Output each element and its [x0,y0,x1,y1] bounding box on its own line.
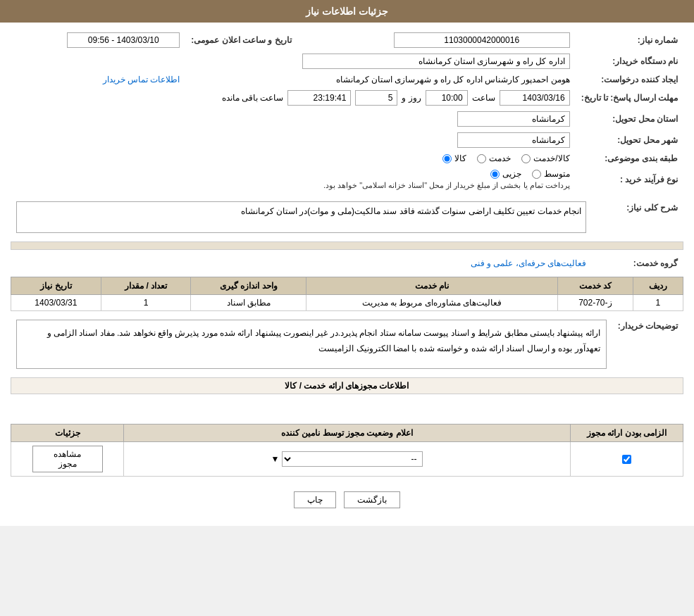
col-date: تاریخ نیاز [11,277,101,295]
permit-required-cell [571,442,683,477]
days-label: روز و [402,93,421,103]
remaining-label: ساعت باقی مانده [222,93,284,103]
category-khedmat-label: خدمت [489,153,511,163]
buyer-desc-value: ارائه پیشنهاد بایستی مطابق شرایط و اسناد… [11,317,612,372]
requester-row: ایجاد کننده درخواست: هومن احمدپور کارشنا… [11,72,683,87]
back-button[interactable]: بازگشت [344,491,400,508]
col-unit: واحد اندازه گیری [191,277,306,295]
service-group-row: گروه خدمت: فعالیت‌های حرفه‌ای، علمی و فن… [11,256,683,271]
print-button[interactable]: چاپ [294,491,336,508]
requester-label: ایجاد کننده درخواست: [576,72,683,87]
process-jezvi-label: جزیی [502,169,521,179]
need-desc-value: انجام خدمات تعیین تکلیف اراضی سنوات گذشت… [11,199,592,236]
process-type-label: نوع فرآیند خرید : [576,166,683,193]
col-qty: تعداد / مقدار [101,277,191,295]
view-permit-button[interactable]: مشاهده مجوز [32,446,103,472]
cell-row: 1 [633,295,683,311]
category-label: طبقه بندی موضوعی: [576,151,683,166]
delivery-province-row: استان محل تحویل: [11,108,683,130]
category-kala: کالا [442,153,466,163]
delivery-province-input[interactable] [457,111,570,127]
delivery-city-label: شهر محل تحویل: [576,130,683,151]
process-jezvi: جزیی [490,169,521,179]
service-group-link[interactable]: فعالیت‌های حرفه‌ای، علمی و فنی [471,258,586,268]
col-code: کد خدمت [557,277,633,295]
process-type-value: متوسط جزیی پرداخت تمام یا بخشی از مبلغ خ… [11,166,576,193]
cell-date: 1403/03/31 [11,295,101,311]
permit-table-body: -- ▼ مشاهده مجوز [11,442,683,477]
process-motevaset-label: متوسط [544,169,570,179]
buyer-org-input[interactable] [302,54,570,69]
service-group-value: فعالیت‌های حرفه‌ای، علمی و فنی [11,256,592,271]
buyer-org-label: نام دستگاه خریدار: [576,51,683,72]
category-khedmat: خدمت [477,153,511,163]
process-note: پرداخت تمام یا بخشی از مبلغ خریدار از مح… [16,181,570,190]
category-kala-khedmat: کالا/خدمت [521,153,569,163]
delivery-city-row: شهر محل تحویل: [11,130,683,151]
announce-date-input[interactable] [67,32,180,48]
cell-code: ز-70-702 [557,295,633,311]
deadline-value: ساعت روز و ساعت باقی مانده [11,87,576,108]
radio-kala[interactable] [442,154,452,163]
deadline-remaining-input[interactable] [287,90,351,106]
service-group-table: گروه خدمت: فعالیت‌های حرفه‌ای، علمی و فن… [11,256,683,271]
category-kala-khedmat-label: کالا/خدمت [533,153,569,163]
need-number-row: شماره نیاز: تاریخ و ساعت اعلان عمومی: [11,30,683,51]
category-value: کالا/خدمت خدمت کالا [11,151,576,166]
buyer-desc-table: توضیحات خریدار: ارائه پیشنهاد بایستی مطا… [11,317,683,372]
announce-date-value [11,30,185,51]
deadline-time-input[interactable] [426,90,468,106]
permit-col-status: اعلام وضعیت مجوز توسط نامین کننده [124,425,571,442]
deadline-date-input[interactable] [500,90,570,106]
announce-date-label: تاریخ و ساعت اعلان عمومی: [185,30,297,51]
time-label: ساعت [472,93,495,103]
buyer-org-value [11,51,576,72]
permit-col-required: الزامی بودن ارائه مجوز [571,425,683,442]
radio-khedmat[interactable] [477,154,486,163]
page-header: جزئیات اطلاعات نیاز [0,0,694,23]
category-kala-label: کالا [454,153,466,163]
buyer-desc-label: توضیحات خریدار: [612,317,683,372]
content-area: شماره نیاز: تاریخ و ساعت اعلان عمومی: نا… [0,23,694,526]
need-number-value [311,30,576,51]
buyer-desc-row: توضیحات خریدار: ارائه پیشنهاد بایستی مطا… [11,317,683,372]
deadline-days-input[interactable] [355,90,397,106]
need-desc-table: شرح کلی نیاز: انجام خدمات تعیین تکلیف ار… [11,199,683,236]
permit-col-detail: جزئیات [11,425,124,442]
need-number-input[interactable] [394,32,570,48]
radio-motevaset[interactable] [532,170,541,179]
main-info-table: شماره نیاز: تاریخ و ساعت اعلان عمومی: نا… [11,30,683,193]
permit-section-title: اطلاعات مجوزهای ارائه خدمت / کالا [11,377,683,394]
services-data-table: ردیف کد خدمت نام خدمت واحد اندازه گیری ت… [11,277,683,311]
requester-text: هومن احمدپور کارشناس اداره کل راه و شهرس… [336,75,570,84]
process-type-row: نوع فرآیند خرید : متوسط جزیی پرداخت تمام… [11,166,683,193]
buyer-desc-text: ارائه پیشنهاد بایستی مطابق شرایط و اسناد… [16,320,607,369]
cell-unit: مطابق اسناد [191,295,306,311]
delivery-city-value [11,130,576,151]
permit-status-cell: -- ▼ [124,442,571,477]
need-desc-row: شرح کلی نیاز: انجام خدمات تعیین تکلیف ار… [11,199,683,236]
radio-jezvi[interactable] [490,170,500,179]
cell-name: فعالیت‌های مشاوره‌ای مربوط به مدیریت [306,295,558,311]
dropdown-icon: ▼ [271,454,280,464]
deadline-row: مهلت ارسال پاسخ: تا تاریخ: ساعت روز و سا… [11,87,683,108]
radio-kala-khedmat[interactable] [521,154,531,163]
need-number-label: شماره نیاز: [576,30,683,51]
contact-link-cell: اطلاعات تماس خریدار [11,72,185,87]
process-motevaset: متوسط [532,169,570,179]
permit-table: الزامی بودن ارائه مجوز اعلام وضعیت مجوز … [11,424,683,477]
permit-status-select[interactable]: -- [282,451,423,467]
delivery-city-input[interactable] [457,132,570,148]
contact-link[interactable]: اطلاعات تماس خریدار [103,75,180,84]
delivery-province-value [11,108,576,130]
requester-value: هومن احمدپور کارشناس اداره کل راه و شهرس… [185,72,575,87]
permit-detail-cell: مشاهده مجوز [11,442,124,477]
page-title: جزئیات اطلاعات نیاز [306,6,388,17]
action-buttons: بازگشت چاپ [11,481,683,519]
services-table-body: 1 ز-70-702 فعالیت‌های مشاوره‌ای مربوط به… [11,295,683,311]
service-info-title [11,241,683,250]
permit-row: -- ▼ مشاهده مجوز [11,442,683,477]
table-row: 1 ز-70-702 فعالیت‌های مشاوره‌ای مربوط به… [11,295,683,311]
delivery-province-label: استان محل تحویل: [576,108,683,130]
permit-required-checkbox[interactable] [622,455,631,464]
